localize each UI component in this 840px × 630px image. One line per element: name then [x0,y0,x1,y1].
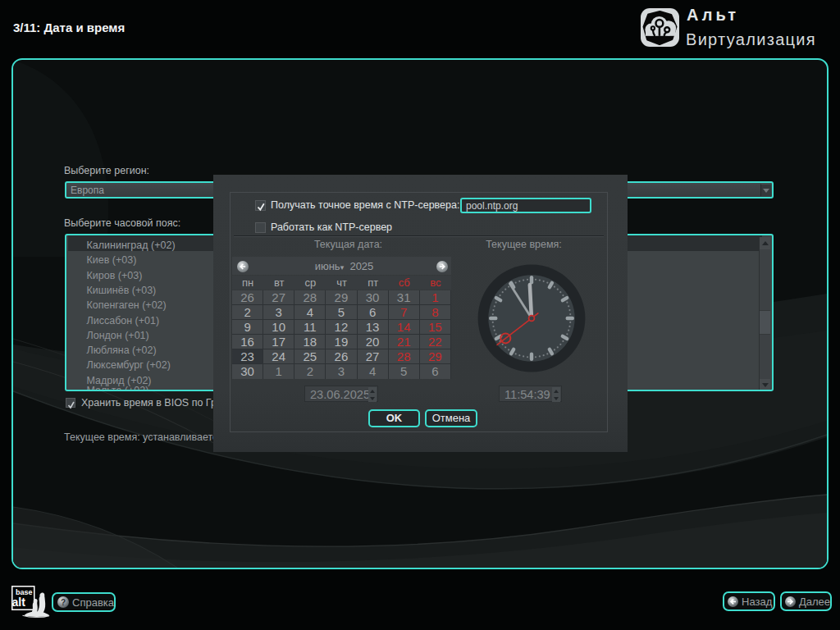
svg-text:alt: alt [12,596,26,609]
svg-text:?: ? [61,598,66,607]
